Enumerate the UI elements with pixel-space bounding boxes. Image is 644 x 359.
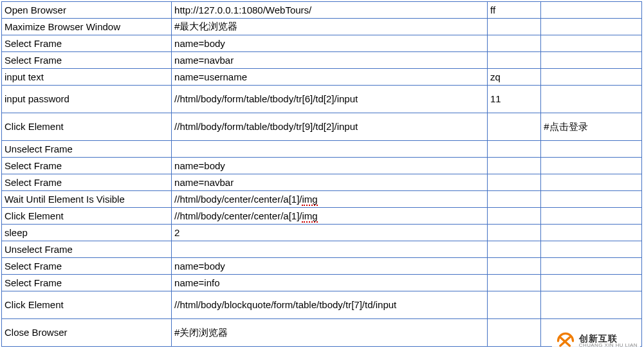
table-row: Click Element//html/body/center/center/a… [2, 208, 642, 225]
table-row: Unselect Frame [2, 141, 642, 158]
cell-col4 [541, 2, 642, 19]
logo-text-en: CHUANG XIN HU LIAN [579, 343, 638, 348]
script-table: Open Browserhttp://127.0.0.1:1080/WebTou… [1, 1, 642, 347]
table-row: sleep2 [2, 225, 642, 241]
table-row: Click Element//html/body/form/table/tbod… [2, 113, 642, 141]
table-row: input password//html/body/form/table/tbo… [2, 86, 642, 113]
cell-col2: name=info [172, 275, 488, 291]
cell-col4 [541, 291, 642, 319]
cell-col2: //html/body/blockquote/form/table/tbody/… [172, 291, 488, 319]
cell-col4: #点击登录 [541, 113, 642, 141]
cell-col1: input text [2, 69, 172, 86]
cell-col4 [541, 158, 642, 174]
spellcheck-underline: img [302, 194, 317, 206]
table-row: Select Framename=navbar [2, 174, 642, 191]
cell-col3 [488, 225, 541, 241]
cell-col4 [541, 174, 642, 191]
cell-col3 [488, 258, 541, 275]
cell-col2: name=body [172, 35, 488, 52]
cell-col3 [488, 174, 541, 191]
cell-col1: sleep [2, 225, 172, 241]
cell-col1: Wait Until Element Is Visible [2, 191, 172, 208]
cell-col1: Select Frame [2, 275, 172, 291]
cell-col4 [541, 208, 642, 225]
table-row: Select Framename=info [2, 275, 642, 291]
watermark-logo: 创新互联 CHUANG XIN HU LIAN [552, 331, 640, 351]
cell-col3: zq [488, 69, 541, 86]
cell-col1: Unselect Frame [2, 241, 172, 258]
table-row: Select Framename=body [2, 35, 642, 52]
cell-col3 [488, 52, 541, 69]
cell-col2: 2 [172, 225, 488, 241]
cell-col3 [488, 208, 541, 225]
cell-col1: Click Element [2, 113, 172, 141]
cell-col4 [541, 275, 642, 291]
cell-col1: Open Browser [2, 2, 172, 19]
cell-col1: Click Element [2, 291, 172, 319]
cell-col4 [541, 35, 642, 52]
table-row: Close Browser#关闭浏览器 [2, 319, 642, 347]
cell-col2: #最大化浏览器 [172, 19, 488, 35]
cell-col4 [541, 241, 642, 258]
cell-col1: Select Frame [2, 258, 172, 275]
cell-col3 [488, 19, 541, 35]
cell-col3: ff [488, 2, 541, 19]
cell-col2 [172, 141, 488, 158]
logo-text-cn: 创新互联 [579, 334, 638, 343]
cell-col1: Select Frame [2, 158, 172, 174]
table-row: Maximize Browser Window#最大化浏览器 [2, 19, 642, 35]
cell-col2: name=username [172, 69, 488, 86]
cell-col4 [541, 191, 642, 208]
table-row: Select Framename=navbar [2, 52, 642, 69]
table-row: Select Framename=body [2, 158, 642, 174]
cell-col3: 11 [488, 86, 541, 113]
cell-col1: Select Frame [2, 52, 172, 69]
cell-col4 [541, 258, 642, 275]
cell-col3 [488, 141, 541, 158]
cell-col3 [488, 275, 541, 291]
cell-col4 [541, 19, 642, 35]
cell-col3 [488, 35, 541, 52]
table-row: Click Element//html/body/blockquote/form… [2, 291, 642, 319]
cell-col2: //html/body/form/table/tbody/tr[6]/td[2]… [172, 86, 488, 113]
cell-col4 [541, 52, 642, 69]
cell-col2: http://127.0.0.1:1080/WebTours/ [172, 2, 488, 19]
cell-col3 [488, 191, 541, 208]
cell-col1: input password [2, 86, 172, 113]
cell-col4 [541, 141, 642, 158]
spellcheck-underline: img [302, 210, 317, 223]
cell-col2: name=navbar [172, 52, 488, 69]
cell-col4 [541, 225, 642, 241]
cell-col3 [488, 113, 541, 141]
cell-col3 [488, 241, 541, 258]
table-row: Select Framename=body [2, 258, 642, 275]
cell-col2: name=navbar [172, 174, 488, 191]
cell-col2: //html/body/center/center/a[1]/img [172, 208, 488, 225]
cell-col3 [488, 319, 541, 347]
cell-col4 [541, 86, 642, 113]
cell-col1: Select Frame [2, 35, 172, 52]
cell-col2: //html/body/center/center/a[1]/img [172, 191, 488, 208]
table-row: input textname=usernamezq [2, 69, 642, 86]
table-row: Open Browserhttp://127.0.0.1:1080/WebTou… [2, 2, 642, 19]
table-row: Unselect Frame [2, 241, 642, 258]
cell-col4 [541, 69, 642, 86]
cell-col2: name=body [172, 158, 488, 174]
cell-col1: Click Element [2, 208, 172, 225]
cell-col1: Unselect Frame [2, 141, 172, 158]
cell-col3 [488, 158, 541, 174]
cell-col1: Maximize Browser Window [2, 19, 172, 35]
logo-icon [555, 332, 576, 350]
cell-col2: #关闭浏览器 [172, 319, 488, 347]
cell-col2 [172, 241, 488, 258]
cell-col2: name=body [172, 258, 488, 275]
table-row: Wait Until Element Is Visible//html/body… [2, 191, 642, 208]
cell-col1: Close Browser [2, 319, 172, 347]
cell-col3 [488, 291, 541, 319]
cell-col1: Select Frame [2, 174, 172, 191]
cell-col2: //html/body/form/table/tbody/tr[9]/td[2]… [172, 113, 488, 141]
